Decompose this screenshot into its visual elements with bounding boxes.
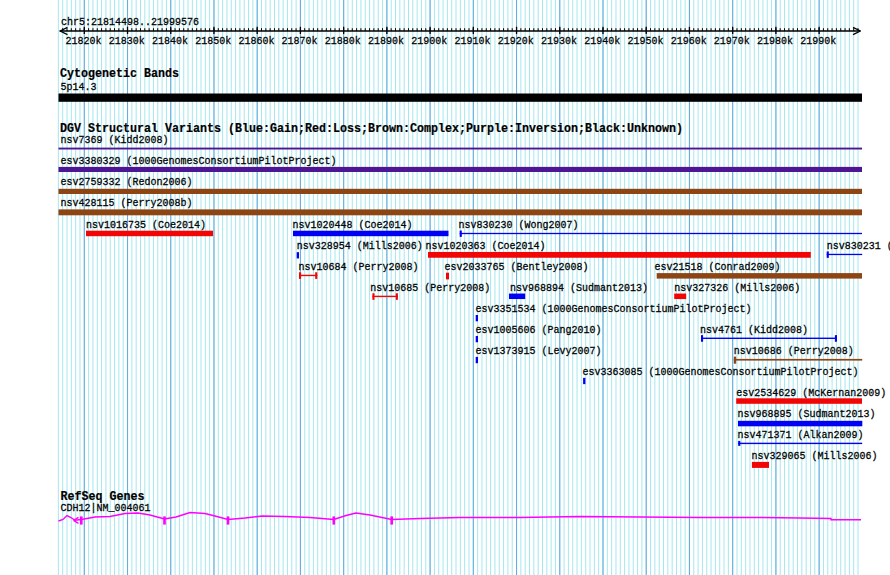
svg-text:nsv7369 (Kidd2008): nsv7369 (Kidd2008) — [61, 133, 169, 146]
svg-text:esv21518 (Conrad2009): esv21518 (Conrad2009) — [655, 260, 781, 273]
svg-text:21900k: 21900k — [411, 34, 447, 47]
svg-text:21850k: 21850k — [195, 34, 231, 47]
svg-text:nsv327326 (Mills2006): nsv327326 (Mills2006) — [674, 281, 800, 294]
svg-text:21980k: 21980k — [757, 34, 793, 47]
svg-text:21880k: 21880k — [325, 34, 361, 47]
svg-text:21990k: 21990k — [800, 34, 836, 47]
svg-text:nsv4761 (Kidd2008): nsv4761 (Kidd2008) — [700, 323, 808, 336]
svg-text:nsv329065 (Mills2006): nsv329065 (Mills2006) — [752, 449, 878, 462]
svg-text:chr5:21814498..21999576: chr5:21814498..21999576 — [61, 15, 199, 28]
svg-text:21820k: 21820k — [66, 34, 102, 47]
svg-text:21840k: 21840k — [152, 34, 188, 47]
svg-text:nsv10686 (Perry2008): nsv10686 (Perry2008) — [734, 344, 854, 357]
svg-text:esv1005606 (Pang2010): esv1005606 (Pang2010) — [476, 323, 602, 336]
svg-text:21910k: 21910k — [455, 34, 491, 47]
svg-text:21930k: 21930k — [541, 34, 577, 47]
svg-text:21870k: 21870k — [282, 34, 318, 47]
svg-text:nsv10685 (Perry2008): nsv10685 (Perry2008) — [370, 281, 490, 294]
svg-text:21960k: 21960k — [671, 34, 707, 47]
svg-text:esv2759332 (Redon2006): esv2759332 (Redon2006) — [61, 175, 193, 188]
svg-text:nsv428115 (Perry2008b): nsv428115 (Perry2008b) — [61, 196, 193, 209]
svg-text:esv1373915 (Levy2007): esv1373915 (Levy2007) — [476, 344, 602, 357]
svg-text:esv3380329 (1000GenomesConsort: esv3380329 (1000GenomesConsortiumPilotPr… — [61, 154, 337, 167]
svg-text:21920k: 21920k — [498, 34, 534, 47]
svg-text:21970k: 21970k — [714, 34, 750, 47]
svg-text:nsv830231 (Wong2007): nsv830231 (Wong2007) — [827, 239, 890, 252]
svg-text:nsv328954 (Mills2006): nsv328954 (Mills2006) — [297, 239, 423, 252]
svg-text:esv2033765 (Bentley2008): esv2033765 (Bentley2008) — [445, 260, 589, 273]
svg-text:nsv471371 (Alkan2009): nsv471371 (Alkan2009) — [738, 428, 864, 441]
svg-text:21830k: 21830k — [109, 34, 145, 47]
svg-text:5p14.3: 5p14.3 — [61, 80, 97, 93]
svg-text:nsv1016735 (Coe2014): nsv1016735 (Coe2014) — [86, 218, 206, 231]
svg-text:21890k: 21890k — [368, 34, 404, 47]
svg-text:nsv968895 (Sudmant2013): nsv968895 (Sudmant2013) — [738, 407, 876, 420]
svg-text:nsv1020363 (Coe2014): nsv1020363 (Coe2014) — [426, 239, 546, 252]
svg-text:21860k: 21860k — [238, 34, 274, 47]
svg-text:nsv10684 (Perry2008): nsv10684 (Perry2008) — [299, 260, 419, 273]
svg-text:esv2534629 (McKernan2009): esv2534629 (McKernan2009) — [736, 386, 886, 399]
svg-text:nsv968894 (Sudmant2013): nsv968894 (Sudmant2013) — [510, 281, 648, 294]
svg-text:21950k: 21950k — [627, 34, 663, 47]
svg-text:esv3363085 (1000GenomesConsort: esv3363085 (1000GenomesConsortiumPilotPr… — [583, 365, 859, 378]
svg-text:esv3351534 (1000GenomesConsort: esv3351534 (1000GenomesConsortiumPilotPr… — [476, 302, 752, 315]
svg-text:nsv1020448 (Coe2014): nsv1020448 (Coe2014) — [293, 218, 413, 231]
svg-text:nsv830230 (Wong2007): nsv830230 (Wong2007) — [458, 218, 578, 231]
svg-text:21940k: 21940k — [584, 34, 620, 47]
